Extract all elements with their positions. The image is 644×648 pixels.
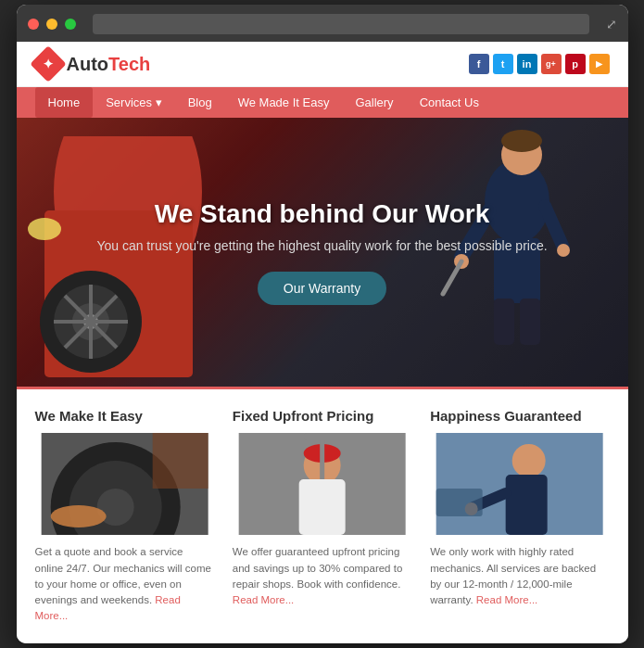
svg-rect-39 <box>436 489 483 516</box>
card-happiness: Happiness Guaranteed We only work with h… <box>430 408 609 624</box>
facebook-icon[interactable]: f <box>469 54 489 74</box>
svg-point-13 <box>501 130 542 152</box>
cards-section: We Make It Easy Get a quote and book a s… <box>17 387 628 642</box>
maximize-dot[interactable] <box>65 19 76 30</box>
card3-readmore[interactable]: Read More... <box>476 594 537 605</box>
card-fixed-pricing: Fixed Upfront Pricing We offer guarantee… <box>233 408 411 624</box>
expand-icon[interactable]: ⤢ <box>606 17 617 32</box>
card-we-make-it-easy: We Make It Easy Get a quote and book a s… <box>35 408 214 624</box>
svg-point-35 <box>512 444 546 477</box>
social-icons: f t in g+ p ▶ <box>469 54 610 74</box>
svg-rect-36 <box>506 475 548 535</box>
google-plus-icon[interactable]: g+ <box>541 54 562 74</box>
svg-rect-33 <box>303 433 340 440</box>
svg-rect-20 <box>494 299 514 345</box>
warranty-button[interactable]: Our Warranty <box>258 272 387 305</box>
minimize-dot[interactable] <box>46 19 57 30</box>
browser-chrome: ⤢ <box>17 5 628 42</box>
logo-auto-text: Auto <box>67 54 109 74</box>
nav-contact[interactable]: Contact Us <box>407 87 492 118</box>
nav-we-made-it-easy[interactable]: We Made It Easy <box>225 87 343 118</box>
svg-rect-21 <box>520 299 540 345</box>
nav-bar: Home Services ▾ Blog We Made It Easy Gal… <box>17 87 628 118</box>
rss-icon[interactable]: ▶ <box>589 54 610 74</box>
svg-rect-27 <box>152 433 208 489</box>
card1-title: We Make It Easy <box>35 408 214 424</box>
card3-title: Happiness Guaranteed <box>430 408 609 424</box>
card2-text: We offer guaranteed upfront pricing and … <box>233 544 411 608</box>
linkedin-icon[interactable]: in <box>517 54 537 74</box>
logo[interactable]: ✦ AutoTech <box>35 51 151 77</box>
nav-home[interactable]: Home <box>35 87 94 118</box>
svg-point-10 <box>28 218 61 240</box>
hero-content: We Stand behind Our Work You can trust y… <box>78 199 565 305</box>
card3-image <box>430 433 609 535</box>
nav-gallery[interactable]: Gallery <box>342 87 406 118</box>
card3-text: We only work with highly rated mechanics… <box>430 544 609 608</box>
twitter-icon[interactable]: t <box>493 54 513 74</box>
logo-icon: ✦ <box>30 46 67 83</box>
svg-rect-31 <box>298 479 345 535</box>
hero-title: We Stand behind Our Work <box>96 199 547 229</box>
logo-tech-text: Tech <box>108 54 150 74</box>
card2-image <box>233 433 411 535</box>
nav-services[interactable]: Services ▾ <box>93 87 174 118</box>
card1-image <box>35 433 214 535</box>
card2-title: Fixed Upfront Pricing <box>233 408 411 424</box>
close-dot[interactable] <box>28 19 39 30</box>
site-header: ✦ AutoTech f t in g+ p ▶ <box>17 42 628 87</box>
card1-text: Get a quote and book a service online 24… <box>35 544 214 624</box>
browser-window: ⤢ ✦ AutoTech f t in g+ p ▶ Home Services… <box>17 5 628 642</box>
address-bar[interactable] <box>93 14 589 34</box>
hero-section: We Stand behind Our Work You can trust y… <box>17 118 628 387</box>
card2-readmore[interactable]: Read More... <box>233 594 294 605</box>
nav-blog[interactable]: Blog <box>175 87 225 118</box>
pinterest-icon[interactable]: p <box>565 54 586 74</box>
hero-subtitle: You can trust you're getting the highest… <box>96 238 547 253</box>
svg-point-26 <box>50 505 106 527</box>
